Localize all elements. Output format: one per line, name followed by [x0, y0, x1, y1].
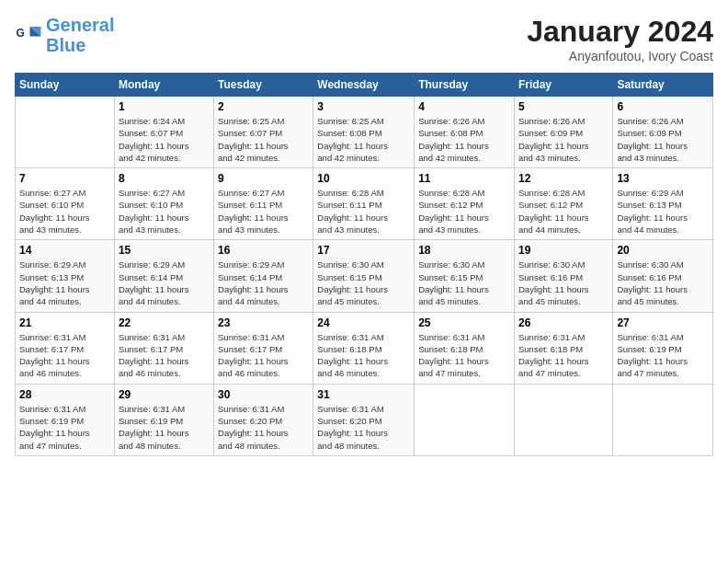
- logo: G GeneralBlue: [15, 15, 114, 55]
- day-number: 16: [218, 244, 309, 257]
- calendar-cell: 26Sunrise: 6:31 AMSunset: 6:18 PMDayligh…: [514, 312, 612, 384]
- day-info: Sunrise: 6:25 AMSunset: 6:08 PMDaylight:…: [317, 115, 410, 164]
- calendar-cell: 1Sunrise: 6:24 AMSunset: 6:07 PMDaylight…: [114, 97, 213, 168]
- weekday-header-tuesday: Tuesday: [214, 74, 313, 97]
- day-info: Sunrise: 6:28 AMSunset: 6:12 PMDaylight:…: [518, 187, 609, 236]
- calendar-cell: 22Sunrise: 6:31 AMSunset: 6:17 PMDayligh…: [114, 312, 213, 384]
- day-info: Sunrise: 6:31 AMSunset: 6:19 PMDaylight:…: [617, 331, 709, 380]
- header: G GeneralBlue January 2024 Anyanfoutou, …: [15, 15, 713, 63]
- calendar-subtitle: Anyanfoutou, Ivory Coast: [527, 49, 713, 63]
- day-number: 4: [418, 100, 510, 113]
- day-number: 2: [218, 100, 309, 113]
- day-info: Sunrise: 6:27 AMSunset: 6:10 PMDaylight:…: [119, 187, 210, 236]
- calendar-cell: 13Sunrise: 6:29 AMSunset: 6:13 PMDayligh…: [613, 168, 713, 240]
- day-number: 21: [19, 316, 110, 329]
- day-info: Sunrise: 6:26 AMSunset: 6:09 PMDaylight:…: [617, 115, 709, 164]
- day-info: Sunrise: 6:29 AMSunset: 6:14 PMDaylight:…: [119, 259, 210, 307]
- day-info: Sunrise: 6:24 AMSunset: 6:07 PMDaylight:…: [119, 115, 210, 164]
- calendar-cell: [16, 97, 115, 168]
- calendar-cell: [613, 384, 713, 455]
- calendar-cell: 16Sunrise: 6:29 AMSunset: 6:14 PMDayligh…: [214, 240, 313, 312]
- day-number: 24: [317, 316, 410, 329]
- day-number: 10: [317, 172, 410, 185]
- day-number: 29: [119, 388, 210, 401]
- day-info: Sunrise: 6:31 AMSunset: 6:18 PMDaylight:…: [518, 331, 609, 380]
- calendar-cell: 14Sunrise: 6:29 AMSunset: 6:13 PMDayligh…: [16, 240, 115, 312]
- day-number: 11: [418, 172, 510, 185]
- day-info: Sunrise: 6:31 AMSunset: 6:17 PMDaylight:…: [119, 331, 210, 380]
- day-info: Sunrise: 6:31 AMSunset: 6:18 PMDaylight:…: [317, 331, 410, 380]
- calendar-cell: [514, 384, 612, 455]
- day-number: 9: [218, 172, 309, 185]
- calendar-week-row: 14Sunrise: 6:29 AMSunset: 6:13 PMDayligh…: [16, 240, 713, 312]
- day-number: 15: [119, 244, 210, 257]
- day-number: 6: [617, 100, 709, 113]
- day-number: 17: [317, 244, 410, 257]
- day-info: Sunrise: 6:29 AMSunset: 6:13 PMDaylight:…: [19, 259, 110, 307]
- logo-icon: G: [15, 21, 42, 49]
- day-info: Sunrise: 6:28 AMSunset: 6:12 PMDaylight:…: [418, 187, 510, 236]
- day-info: Sunrise: 6:30 AMSunset: 6:16 PMDaylight:…: [617, 259, 709, 307]
- calendar-cell: 5Sunrise: 6:26 AMSunset: 6:09 PMDaylight…: [514, 97, 612, 168]
- day-number: 22: [119, 316, 210, 329]
- day-info: Sunrise: 6:27 AMSunset: 6:11 PMDaylight:…: [218, 187, 309, 236]
- calendar-cell: 10Sunrise: 6:28 AMSunset: 6:11 PMDayligh…: [313, 168, 415, 240]
- day-number: 28: [19, 388, 110, 401]
- calendar-week-row: 1Sunrise: 6:24 AMSunset: 6:07 PMDaylight…: [16, 97, 713, 168]
- calendar-cell: 28Sunrise: 6:31 AMSunset: 6:19 PMDayligh…: [16, 384, 115, 455]
- day-info: Sunrise: 6:30 AMSunset: 6:15 PMDaylight:…: [317, 259, 410, 307]
- day-info: Sunrise: 6:25 AMSunset: 6:07 PMDaylight:…: [218, 115, 309, 164]
- day-number: 8: [119, 172, 210, 185]
- calendar-cell: 3Sunrise: 6:25 AMSunset: 6:08 PMDaylight…: [313, 97, 415, 168]
- calendar-cell: 7Sunrise: 6:27 AMSunset: 6:10 PMDaylight…: [16, 168, 115, 240]
- weekday-header-wednesday: Wednesday: [313, 74, 415, 97]
- day-number: 1: [119, 100, 210, 113]
- day-info: Sunrise: 6:27 AMSunset: 6:10 PMDaylight:…: [19, 187, 110, 236]
- weekday-header-row: SundayMondayTuesdayWednesdayThursdayFrid…: [16, 74, 713, 97]
- day-number: 18: [418, 244, 510, 257]
- calendar-cell: 11Sunrise: 6:28 AMSunset: 6:12 PMDayligh…: [415, 168, 515, 240]
- calendar-cell: 9Sunrise: 6:27 AMSunset: 6:11 PMDaylight…: [214, 168, 313, 240]
- day-info: Sunrise: 6:31 AMSunset: 6:17 PMDaylight:…: [19, 331, 110, 380]
- calendar-cell: 21Sunrise: 6:31 AMSunset: 6:17 PMDayligh…: [16, 312, 115, 384]
- day-number: 26: [518, 316, 609, 329]
- svg-text:G: G: [17, 27, 25, 40]
- calendar-cell: 31Sunrise: 6:31 AMSunset: 6:20 PMDayligh…: [313, 384, 415, 455]
- day-info: Sunrise: 6:29 AMSunset: 6:13 PMDaylight:…: [617, 187, 709, 236]
- day-number: 25: [418, 316, 510, 329]
- calendar-cell: 12Sunrise: 6:28 AMSunset: 6:12 PMDayligh…: [514, 168, 612, 240]
- day-number: 14: [19, 244, 110, 257]
- calendar-cell: 15Sunrise: 6:29 AMSunset: 6:14 PMDayligh…: [114, 240, 213, 312]
- title-block: January 2024 Anyanfoutou, Ivory Coast: [527, 15, 713, 63]
- calendar-page: G GeneralBlue January 2024 Anyanfoutou, …: [0, 0, 728, 563]
- calendar-week-row: 7Sunrise: 6:27 AMSunset: 6:10 PMDaylight…: [16, 168, 713, 240]
- day-info: Sunrise: 6:30 AMSunset: 6:15 PMDaylight:…: [418, 259, 510, 307]
- calendar-cell: 18Sunrise: 6:30 AMSunset: 6:15 PMDayligh…: [415, 240, 515, 312]
- calendar-title: January 2024: [527, 15, 713, 49]
- day-number: 31: [317, 388, 410, 401]
- weekday-header-sunday: Sunday: [16, 74, 115, 97]
- calendar-cell: 4Sunrise: 6:26 AMSunset: 6:08 PMDaylight…: [415, 97, 515, 168]
- day-number: 12: [518, 172, 609, 185]
- calendar-cell: 29Sunrise: 6:31 AMSunset: 6:19 PMDayligh…: [114, 384, 213, 455]
- day-number: 19: [518, 244, 609, 257]
- day-info: Sunrise: 6:31 AMSunset: 6:19 PMDaylight:…: [19, 403, 110, 452]
- day-info: Sunrise: 6:29 AMSunset: 6:14 PMDaylight:…: [218, 259, 309, 307]
- weekday-header-friday: Friday: [514, 74, 612, 97]
- day-info: Sunrise: 6:31 AMSunset: 6:18 PMDaylight:…: [418, 331, 510, 380]
- weekday-header-monday: Monday: [114, 74, 213, 97]
- calendar-table: SundayMondayTuesdayWednesdayThursdayFrid…: [15, 73, 713, 456]
- calendar-cell: [415, 384, 515, 455]
- calendar-cell: 17Sunrise: 6:30 AMSunset: 6:15 PMDayligh…: [313, 240, 415, 312]
- calendar-cell: 19Sunrise: 6:30 AMSunset: 6:16 PMDayligh…: [514, 240, 612, 312]
- day-info: Sunrise: 6:31 AMSunset: 6:20 PMDaylight:…: [218, 403, 309, 452]
- weekday-header-saturday: Saturday: [613, 74, 713, 97]
- day-number: 13: [617, 172, 709, 185]
- day-number: 5: [518, 100, 609, 113]
- day-number: 20: [617, 244, 709, 257]
- day-info: Sunrise: 6:26 AMSunset: 6:08 PMDaylight:…: [418, 115, 510, 164]
- calendar-cell: 30Sunrise: 6:31 AMSunset: 6:20 PMDayligh…: [214, 384, 313, 455]
- day-number: 7: [19, 172, 110, 185]
- calendar-week-row: 28Sunrise: 6:31 AMSunset: 6:19 PMDayligh…: [16, 384, 713, 455]
- day-number: 27: [617, 316, 709, 329]
